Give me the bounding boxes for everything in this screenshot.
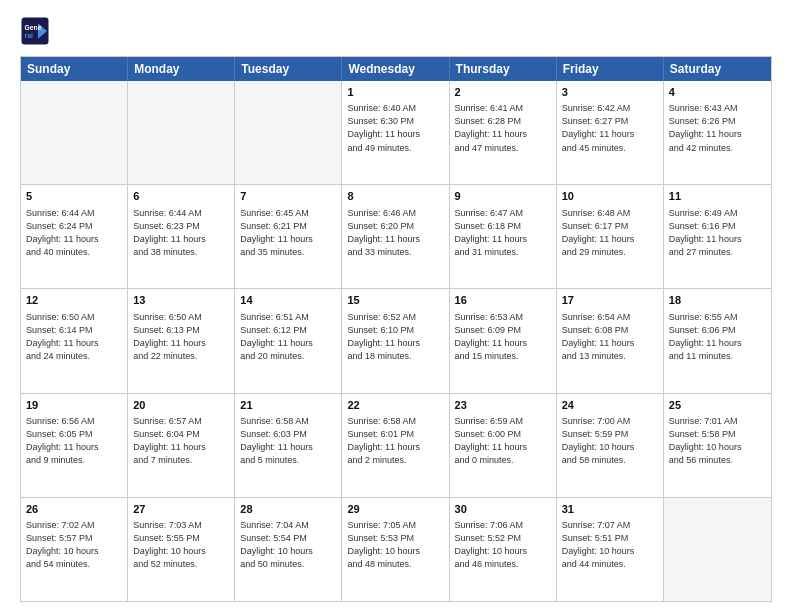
cell-info: Sunrise: 6:42 AM Sunset: 6:27 PM Dayligh… [562, 102, 658, 154]
day-number: 21 [240, 398, 336, 413]
calendar-cell: 22Sunrise: 6:58 AM Sunset: 6:01 PM Dayli… [342, 394, 449, 497]
calendar-cell: 23Sunrise: 6:59 AM Sunset: 6:00 PM Dayli… [450, 394, 557, 497]
day-number: 20 [133, 398, 229, 413]
cell-info: Sunrise: 7:01 AM Sunset: 5:58 PM Dayligh… [669, 415, 766, 467]
day-number: 3 [562, 85, 658, 100]
calendar-cell: 7Sunrise: 6:45 AM Sunset: 6:21 PM Daylig… [235, 185, 342, 288]
cell-info: Sunrise: 7:05 AM Sunset: 5:53 PM Dayligh… [347, 519, 443, 571]
calendar-cell: 8Sunrise: 6:46 AM Sunset: 6:20 PM Daylig… [342, 185, 449, 288]
header: Gene ral [20, 16, 772, 46]
calendar-cell [21, 81, 128, 184]
calendar-header: SundayMondayTuesdayWednesdayThursdayFrid… [21, 57, 771, 81]
logo-icon: Gene ral [20, 16, 50, 46]
calendar-cell: 4Sunrise: 6:43 AM Sunset: 6:26 PM Daylig… [664, 81, 771, 184]
cell-info: Sunrise: 7:07 AM Sunset: 5:51 PM Dayligh… [562, 519, 658, 571]
calendar-cell: 18Sunrise: 6:55 AM Sunset: 6:06 PM Dayli… [664, 289, 771, 392]
svg-text:ral: ral [25, 32, 33, 39]
cell-info: Sunrise: 7:04 AM Sunset: 5:54 PM Dayligh… [240, 519, 336, 571]
calendar-cell: 5Sunrise: 6:44 AM Sunset: 6:24 PM Daylig… [21, 185, 128, 288]
calendar-cell: 2Sunrise: 6:41 AM Sunset: 6:28 PM Daylig… [450, 81, 557, 184]
cell-info: Sunrise: 6:55 AM Sunset: 6:06 PM Dayligh… [669, 311, 766, 363]
cell-info: Sunrise: 7:02 AM Sunset: 5:57 PM Dayligh… [26, 519, 122, 571]
cell-info: Sunrise: 6:47 AM Sunset: 6:18 PM Dayligh… [455, 207, 551, 259]
cell-info: Sunrise: 6:48 AM Sunset: 6:17 PM Dayligh… [562, 207, 658, 259]
calendar-cell [664, 498, 771, 601]
day-number: 17 [562, 293, 658, 308]
day-number: 2 [455, 85, 551, 100]
day-number: 4 [669, 85, 766, 100]
calendar-cell: 21Sunrise: 6:58 AM Sunset: 6:03 PM Dayli… [235, 394, 342, 497]
page: Gene ral SundayMondayTuesdayWednesdayThu… [0, 0, 792, 612]
day-number: 1 [347, 85, 443, 100]
day-number: 22 [347, 398, 443, 413]
weekday-header: Wednesday [342, 57, 449, 81]
calendar-row: 19Sunrise: 6:56 AM Sunset: 6:05 PM Dayli… [21, 393, 771, 497]
day-number: 10 [562, 189, 658, 204]
calendar-cell: 27Sunrise: 7:03 AM Sunset: 5:55 PM Dayli… [128, 498, 235, 601]
cell-info: Sunrise: 6:49 AM Sunset: 6:16 PM Dayligh… [669, 207, 766, 259]
cell-info: Sunrise: 6:43 AM Sunset: 6:26 PM Dayligh… [669, 102, 766, 154]
calendar-cell: 3Sunrise: 6:42 AM Sunset: 6:27 PM Daylig… [557, 81, 664, 184]
weekday-header: Sunday [21, 57, 128, 81]
cell-info: Sunrise: 6:45 AM Sunset: 6:21 PM Dayligh… [240, 207, 336, 259]
weekday-header: Friday [557, 57, 664, 81]
calendar-cell: 17Sunrise: 6:54 AM Sunset: 6:08 PM Dayli… [557, 289, 664, 392]
day-number: 19 [26, 398, 122, 413]
calendar-cell: 25Sunrise: 7:01 AM Sunset: 5:58 PM Dayli… [664, 394, 771, 497]
calendar-cell: 24Sunrise: 7:00 AM Sunset: 5:59 PM Dayli… [557, 394, 664, 497]
day-number: 31 [562, 502, 658, 517]
calendar-cell [128, 81, 235, 184]
logo: Gene ral [20, 16, 54, 46]
day-number: 28 [240, 502, 336, 517]
calendar-cell: 29Sunrise: 7:05 AM Sunset: 5:53 PM Dayli… [342, 498, 449, 601]
day-number: 11 [669, 189, 766, 204]
calendar-cell: 19Sunrise: 6:56 AM Sunset: 6:05 PM Dayli… [21, 394, 128, 497]
cell-info: Sunrise: 6:52 AM Sunset: 6:10 PM Dayligh… [347, 311, 443, 363]
calendar-cell: 15Sunrise: 6:52 AM Sunset: 6:10 PM Dayli… [342, 289, 449, 392]
calendar-cell: 26Sunrise: 7:02 AM Sunset: 5:57 PM Dayli… [21, 498, 128, 601]
weekday-header: Monday [128, 57, 235, 81]
cell-info: Sunrise: 6:54 AM Sunset: 6:08 PM Dayligh… [562, 311, 658, 363]
calendar-cell: 14Sunrise: 6:51 AM Sunset: 6:12 PM Dayli… [235, 289, 342, 392]
day-number: 26 [26, 502, 122, 517]
day-number: 23 [455, 398, 551, 413]
day-number: 13 [133, 293, 229, 308]
day-number: 7 [240, 189, 336, 204]
cell-info: Sunrise: 6:53 AM Sunset: 6:09 PM Dayligh… [455, 311, 551, 363]
weekday-header: Thursday [450, 57, 557, 81]
calendar-row: 26Sunrise: 7:02 AM Sunset: 5:57 PM Dayli… [21, 497, 771, 601]
cell-info: Sunrise: 6:56 AM Sunset: 6:05 PM Dayligh… [26, 415, 122, 467]
weekday-header: Tuesday [235, 57, 342, 81]
calendar-cell: 13Sunrise: 6:50 AM Sunset: 6:13 PM Dayli… [128, 289, 235, 392]
day-number: 5 [26, 189, 122, 204]
cell-info: Sunrise: 6:46 AM Sunset: 6:20 PM Dayligh… [347, 207, 443, 259]
cell-info: Sunrise: 6:44 AM Sunset: 6:23 PM Dayligh… [133, 207, 229, 259]
calendar-cell: 28Sunrise: 7:04 AM Sunset: 5:54 PM Dayli… [235, 498, 342, 601]
day-number: 8 [347, 189, 443, 204]
calendar-row: 1Sunrise: 6:40 AM Sunset: 6:30 PM Daylig… [21, 81, 771, 184]
cell-info: Sunrise: 6:44 AM Sunset: 6:24 PM Dayligh… [26, 207, 122, 259]
calendar-cell: 10Sunrise: 6:48 AM Sunset: 6:17 PM Dayli… [557, 185, 664, 288]
calendar-cell: 9Sunrise: 6:47 AM Sunset: 6:18 PM Daylig… [450, 185, 557, 288]
day-number: 6 [133, 189, 229, 204]
cell-info: Sunrise: 6:50 AM Sunset: 6:13 PM Dayligh… [133, 311, 229, 363]
calendar-cell: 31Sunrise: 7:07 AM Sunset: 5:51 PM Dayli… [557, 498, 664, 601]
day-number: 27 [133, 502, 229, 517]
day-number: 16 [455, 293, 551, 308]
day-number: 12 [26, 293, 122, 308]
day-number: 18 [669, 293, 766, 308]
day-number: 30 [455, 502, 551, 517]
day-number: 29 [347, 502, 443, 517]
calendar-body: 1Sunrise: 6:40 AM Sunset: 6:30 PM Daylig… [21, 81, 771, 601]
day-number: 15 [347, 293, 443, 308]
calendar-cell: 16Sunrise: 6:53 AM Sunset: 6:09 PM Dayli… [450, 289, 557, 392]
cell-info: Sunrise: 7:06 AM Sunset: 5:52 PM Dayligh… [455, 519, 551, 571]
svg-rect-2 [23, 19, 38, 43]
cell-info: Sunrise: 6:51 AM Sunset: 6:12 PM Dayligh… [240, 311, 336, 363]
day-number: 14 [240, 293, 336, 308]
calendar-cell: 12Sunrise: 6:50 AM Sunset: 6:14 PM Dayli… [21, 289, 128, 392]
calendar-row: 5Sunrise: 6:44 AM Sunset: 6:24 PM Daylig… [21, 184, 771, 288]
calendar-cell: 20Sunrise: 6:57 AM Sunset: 6:04 PM Dayli… [128, 394, 235, 497]
calendar-cell: 1Sunrise: 6:40 AM Sunset: 6:30 PM Daylig… [342, 81, 449, 184]
cell-info: Sunrise: 7:03 AM Sunset: 5:55 PM Dayligh… [133, 519, 229, 571]
